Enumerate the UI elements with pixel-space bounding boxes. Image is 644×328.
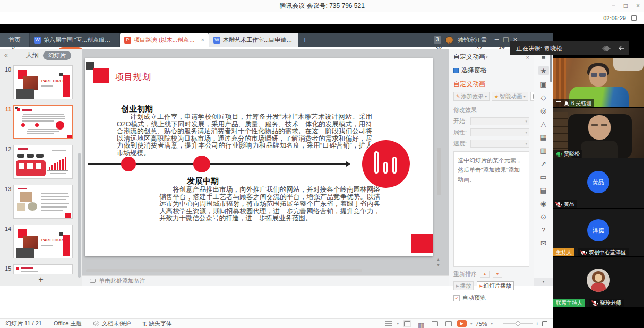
video-tile-participant-1[interactable]: 6 吴钰珊 — [553, 57, 644, 107]
zoom-out-icon[interactable] — [496, 321, 499, 327]
auto-preview-row[interactable]: 自动预览 — [453, 294, 529, 302]
add-slide-button[interactable] — [0, 274, 82, 286]
zoom-slider-knob[interactable] — [516, 321, 520, 326]
thumbnail-row-15[interactable]: 15 — [3, 264, 80, 274]
video-tile-participant-4[interactable]: 泽挺 主持人 双创中心蓝泽挺 — [553, 208, 644, 256]
speed-select[interactable] — [470, 140, 529, 148]
meeting-restore-button[interactable] — [624, 2, 628, 10]
reorder-label: 重新排序 — [453, 270, 477, 278]
slide-thumbnail[interactable] — [13, 264, 73, 274]
slide-title[interactable]: 项目规划 — [115, 72, 151, 83]
tab-doc2[interactable]: W 木雕艺术工作室...目申请书(1) — [209, 33, 298, 47]
tab-outline[interactable]: 大纲 — [26, 51, 39, 60]
protection-status[interactable]: 文档未保护 — [93, 320, 131, 327]
horizontal-scrollbar-thumb[interactable] — [86, 269, 362, 272]
slideshow-play-button[interactable]: 幻灯片播放 — [477, 281, 514, 290]
slide-thumbnail[interactable]: PART THREE — [13, 65, 73, 99]
next-slide-icon[interactable] — [436, 263, 440, 267]
start-select[interactable] — [470, 117, 529, 125]
missing-font-status[interactable]: T.缺失字体 — [142, 320, 172, 327]
section2-text[interactable]: 将创意产品推出市场，向外推广我们的网站，并对接各个岭南园林网络销售平台，搭建手工… — [159, 186, 380, 222]
panel-scrollbar[interactable] — [78, 153, 81, 278]
move-up-icon[interactable] — [480, 271, 490, 278]
selection-pane-icon — [453, 68, 459, 73]
property-select[interactable] — [470, 128, 529, 136]
card-icon[interactable] — [538, 172, 549, 182]
screen-share-icon — [556, 101, 561, 105]
meeting-close-button[interactable] — [636, 2, 640, 10]
slide-11[interactable]: 项目规划 创业初期 计划成立工作室，申请学校创匠项目，并筹备开发“木社”木雕艺术… — [85, 58, 433, 256]
back-arrow-icon[interactable] — [619, 46, 625, 51]
fullscreen-icon[interactable] — [631, 15, 637, 21]
switch-window-icon[interactable] — [538, 79, 549, 89]
docs-count-badge[interactable]: 3 — [434, 36, 441, 44]
smart-animation-button[interactable]: 智能动画 — [492, 92, 528, 101]
play-slideshow-button[interactable] — [457, 320, 467, 327]
record-icon[interactable] — [538, 198, 549, 208]
animation-pane-icon[interactable] — [538, 66, 549, 75]
clock-icon[interactable] — [538, 212, 549, 221]
slideshow-view-icon[interactable] — [445, 321, 452, 326]
move-down-icon[interactable] — [493, 271, 502, 278]
notes-bar[interactable]: 单击此处添加备注 — [82, 275, 449, 286]
shape-tool-icon[interactable] — [538, 92, 549, 102]
normal-view-icon[interactable] — [404, 321, 410, 326]
prev-slide-icon[interactable] — [436, 257, 440, 261]
pyramid-icon[interactable] — [538, 119, 549, 128]
panel-title[interactable]: 自定义动画 — [453, 53, 488, 62]
sorter-view-icon[interactable] — [418, 321, 424, 326]
slide-thumbnail[interactable]: PART FOUR — [13, 225, 73, 258]
collapse-panel-icon[interactable] — [4, 51, 8, 59]
timeline-dot-1[interactable] — [121, 157, 136, 171]
timeline-dot-2[interactable] — [193, 156, 210, 172]
slide-thumbnail-current[interactable] — [13, 105, 73, 139]
section1-text[interactable]: 计划成立工作室，申请学校创匠项目，并筹备开发“木社”木雕艺术设计网站。采用O2O… — [117, 114, 372, 157]
slide-thumbnail[interactable] — [13, 145, 73, 179]
add-effect-button[interactable]: 添加效果 — [453, 92, 490, 101]
theme-name[interactable]: Office 主题 — [54, 320, 82, 327]
export-icon[interactable] — [538, 159, 549, 168]
tab-active-presentation[interactable]: P 项目路演 (以木...创意服务平台) — [120, 33, 209, 47]
horizontal-scrollbar[interactable] — [85, 269, 433, 273]
deco-red-square-br[interactable] — [411, 234, 433, 253]
fit-screen-icon[interactable] — [542, 321, 547, 326]
target-icon[interactable] — [538, 106, 549, 115]
thumbnail-row-11-selected[interactable]: 11 — [3, 105, 80, 139]
section2-heading[interactable]: 发展中期 — [187, 176, 219, 186]
new-tab-button[interactable]: + — [298, 33, 311, 47]
vertical-scrollbar[interactable] — [436, 52, 442, 264]
thumbnail-row-10[interactable]: 10 PART THREE — [3, 65, 80, 99]
auto-preview-checkbox[interactable] — [453, 295, 460, 301]
zoom-in-icon[interactable] — [536, 321, 539, 327]
thumbnail-row-13[interactable]: 13 — [3, 185, 80, 219]
thumbnail-row-12[interactable]: 12 — [3, 145, 80, 179]
chart-pane-icon[interactable] — [538, 145, 549, 155]
close-tab-icon[interactable] — [201, 37, 204, 43]
video-tile-participant-5[interactable]: 联席主持人 晓玲老师 — [553, 256, 644, 307]
tab-slides[interactable]: 幻灯片 — [43, 51, 71, 60]
video-tile-participant-2[interactable]: 贾晓松 — [553, 107, 644, 158]
reading-view-icon[interactable] — [432, 321, 438, 326]
tab-doc1[interactable]: W 第六届中国 “互...创意服务平台) — [30, 33, 120, 47]
slide-thumbnail[interactable] — [13, 185, 73, 219]
help-pane-icon[interactable] — [538, 225, 549, 235]
animation-list-box[interactable]: 选中幻灯片的某个元素，然后单击“添加效果”添加动画。 — [453, 151, 529, 267]
notes-toggle-icon[interactable] — [385, 321, 392, 326]
zoom-level[interactable]: 75% — [476, 321, 487, 327]
video-tile-participant-3[interactable]: 黄品 黄品 — [553, 158, 644, 208]
strip-more-button[interactable] — [534, 278, 553, 286]
grid-icon[interactable] — [538, 132, 549, 142]
play-button[interactable]: 播放 — [453, 281, 474, 290]
zoom-slider[interactable] — [503, 323, 533, 324]
deco-dark-square[interactable] — [86, 62, 94, 70]
list-pane-icon[interactable] — [538, 185, 549, 195]
mail-icon[interactable] — [538, 238, 549, 248]
lace-graphic — [613, 58, 644, 71]
selection-pane-row[interactable]: 选择窗格 — [453, 66, 529, 75]
strip-scrollbar[interactable] — [550, 50, 552, 82]
deco-red-square[interactable] — [93, 68, 109, 83]
thumbnail-row-14[interactable]: 14 PART FOUR — [3, 225, 80, 258]
meeting-minimize-button[interactable] — [612, 2, 615, 10]
chart-circle-graphic[interactable] — [362, 140, 410, 188]
vertical-scrollbar-thumb[interactable] — [437, 148, 441, 195]
